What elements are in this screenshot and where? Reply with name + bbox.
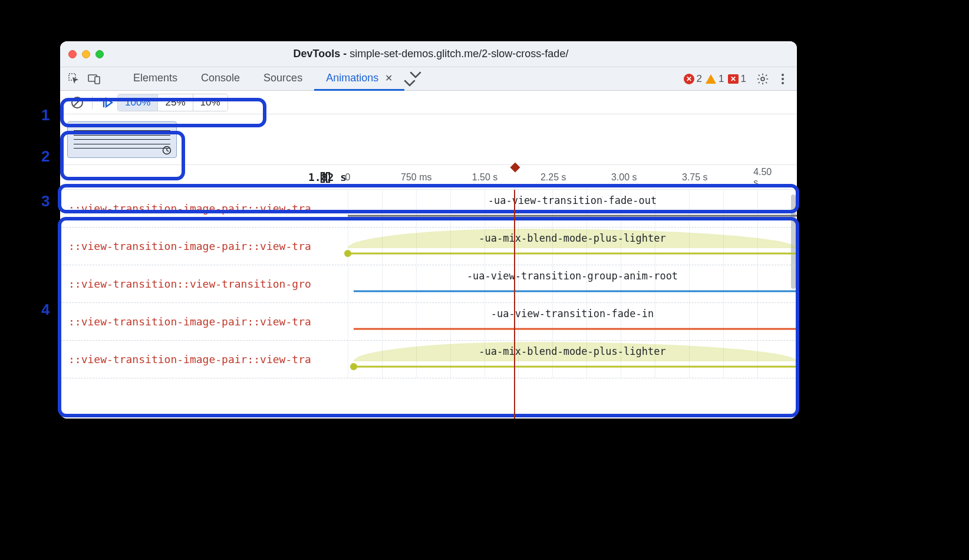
animation-row[interactable]: ::view-transition-image-pair::view-tra-u…: [60, 228, 797, 265]
tabs: Elements Console Sources Animations ✕: [121, 67, 680, 91]
tab-animations-label: Animations: [326, 72, 378, 84]
issue-icon: ✕: [728, 74, 739, 84]
animation-track[interactable]: -ua-view-transition-group-anim-root: [348, 265, 797, 302]
window-title: DevTools - simple-set-demos.glitch.me/2-…: [104, 48, 758, 60]
ruler-tick: 2.25 s: [540, 172, 566, 183]
warning-icon: [706, 74, 716, 84]
ruler-ticks: 0750 ms1.50 s2.25 s3.00 s3.75 s4.50 s: [348, 165, 790, 189]
title-prefix: DevTools -: [294, 48, 350, 60]
tab-elements[interactable]: Elements: [121, 67, 189, 91]
annotation-3: 3: [41, 192, 50, 210]
more-tabs-button[interactable]: [404, 67, 427, 91]
animation-element-name[interactable]: ::view-transition-image-pair::view-tra: [60, 353, 348, 365]
animation-element-name[interactable]: ::view-transition-image-pair::view-tra: [60, 202, 348, 215]
animation-bar[interactable]: [354, 291, 797, 292]
pause-icon[interactable]: [319, 172, 331, 183]
animation-bar[interactable]: [348, 253, 797, 255]
svg-line-8: [74, 99, 81, 106]
animation-name-label: -ua-mix-blend-mode-plus-lighter: [479, 232, 665, 244]
ruler-tick: 3.75 s: [682, 172, 708, 183]
animation-track[interactable]: -ua-view-transition-fade-out: [348, 190, 797, 227]
animation-buffer-row: [60, 114, 797, 165]
tab-animations[interactable]: Animations ✕: [314, 67, 404, 91]
keyframe-dot[interactable]: [344, 250, 351, 257]
issues-summary[interactable]: ✕ 2 1 ✕ 1: [684, 73, 746, 85]
svg-point-5: [782, 78, 784, 80]
svg-rect-2: [95, 77, 100, 84]
timeline-ruler[interactable]: 1.82 s 0750 ms1.50 s2.25 s3.00 s3.75 s4.…: [60, 165, 797, 190]
animation-row[interactable]: ::view-transition-image-pair::view-tra-u…: [60, 341, 797, 378]
svg-rect-11: [321, 173, 324, 182]
error-count-value: 2: [697, 73, 702, 85]
device-toggle-icon[interactable]: [86, 71, 103, 87]
close-icon[interactable]: ✕: [385, 73, 393, 83]
animation-row[interactable]: ::view-transition-image-pair::view-tra-u…: [60, 190, 797, 228]
animation-name-label: -ua-view-transition-group-anim-root: [467, 270, 678, 282]
animation-controls: 100% 25% 10%: [60, 91, 797, 114]
animation-element-name[interactable]: ::view-transition::view-transition-gro: [60, 278, 348, 290]
titlebar: DevTools - simple-set-demos.glitch.me/2-…: [60, 41, 797, 67]
animation-name-label: -ua-mix-blend-mode-plus-lighter: [479, 345, 665, 357]
issue-count-value: 1: [741, 73, 746, 85]
devtools-window: DevTools - simple-set-demos.glitch.me/2-…: [60, 41, 797, 419]
clock-icon: [162, 146, 172, 155]
ruler-tick: 3.00 s: [611, 172, 637, 183]
tab-strip: Elements Console Sources Animations ✕ ✕ …: [60, 67, 797, 91]
keyframe-dot[interactable]: [350, 363, 357, 370]
play-pause-button[interactable]: [97, 94, 117, 111]
close-window-button[interactable]: [68, 50, 77, 58]
speed-25[interactable]: 25%: [158, 94, 193, 111]
title-url: simple-set-demos.glitch.me/2-slow-cross-…: [350, 48, 568, 60]
gear-icon[interactable]: [754, 71, 771, 87]
traffic-lights: [68, 50, 104, 58]
animation-track[interactable]: -ua-mix-blend-mode-plus-lighter: [348, 341, 797, 378]
kebab-menu-icon[interactable]: [774, 71, 791, 87]
maximize-window-button[interactable]: [95, 50, 104, 58]
error-count[interactable]: ✕ 2: [684, 73, 702, 85]
ruler-tick: 0: [345, 172, 351, 183]
ruler-tick: 750 ms: [401, 172, 431, 183]
animation-row[interactable]: ::view-transition::view-transition-gro-u…: [60, 265, 797, 303]
animation-element-name[interactable]: ::view-transition-image-pair::view-tra: [60, 315, 348, 328]
issue-count[interactable]: ✕ 1: [728, 73, 746, 85]
playhead-marker[interactable]: [511, 165, 519, 173]
animation-timeline: ::view-transition-image-pair::view-tra-u…: [60, 190, 797, 419]
animation-element-name[interactable]: ::view-transition-image-pair::view-tra: [60, 240, 348, 252]
svg-point-4: [782, 74, 784, 76]
speed-100[interactable]: 100%: [118, 94, 158, 111]
speed-selector: 100% 25% 10%: [117, 94, 228, 111]
annotation-1: 1: [41, 106, 50, 124]
warning-count[interactable]: 1: [706, 73, 724, 85]
inspect-icon[interactable]: [66, 71, 83, 87]
animation-track[interactable]: -ua-view-transition-fade-in: [348, 303, 797, 340]
ruler-tick: 4.50 s: [753, 167, 777, 188]
ruler-tick: 1.50 s: [472, 172, 498, 183]
speed-10[interactable]: 10%: [193, 94, 228, 111]
svg-rect-12: [327, 173, 329, 182]
animation-track[interactable]: -ua-mix-blend-mode-plus-lighter: [348, 228, 797, 265]
tab-sources[interactable]: Sources: [252, 67, 314, 91]
annotation-4: 4: [41, 301, 50, 319]
tab-console[interactable]: Console: [189, 67, 252, 91]
animation-bar[interactable]: [348, 215, 797, 217]
animation-bar[interactable]: [354, 328, 797, 330]
animation-name-label: -ua-view-transition-fade-out: [488, 195, 657, 206]
current-time: 1.82 s: [252, 171, 347, 183]
error-icon: ✕: [684, 74, 694, 84]
playhead-line[interactable]: [514, 190, 515, 419]
animation-bar[interactable]: [354, 366, 797, 368]
warning-count-value: 1: [718, 73, 724, 85]
svg-point-6: [782, 82, 784, 84]
annotation-2: 2: [41, 147, 50, 166]
svg-point-3: [761, 77, 764, 81]
animation-row[interactable]: ::view-transition-image-pair::view-tra-u…: [60, 303, 797, 341]
animation-group-preview[interactable]: [67, 121, 177, 158]
minimize-window-button[interactable]: [82, 50, 90, 58]
clear-button[interactable]: [67, 94, 87, 111]
